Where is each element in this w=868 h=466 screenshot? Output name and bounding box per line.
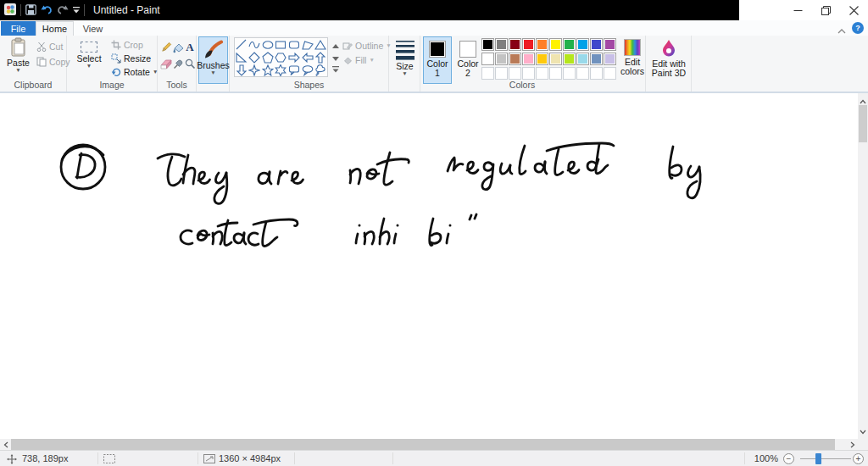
- undo-button[interactable]: [41, 4, 53, 16]
- zoom-slider-thumb[interactable]: [815, 453, 821, 464]
- tab-file[interactable]: File: [1, 21, 36, 36]
- shape-polygon-icon[interactable]: [302, 39, 314, 51]
- cut-button[interactable]: Cut: [36, 42, 63, 52]
- brushes-button[interactable]: Brushes ▼: [198, 36, 228, 84]
- scroll-left-icon[interactable]: [0, 439, 11, 450]
- palette-swatch[interactable]: [481, 53, 494, 65]
- gallery-expand-icon[interactable]: [332, 64, 339, 75]
- color1-button[interactable]: Color 1: [423, 36, 452, 84]
- vertical-scrollbar[interactable]: [858, 93, 868, 439]
- palette-empty-slot[interactable]: [522, 67, 535, 80]
- paste-button[interactable]: Paste ▼: [3, 36, 34, 80]
- palette-empty-slot[interactable]: [590, 67, 603, 80]
- shape-four-point-star-icon[interactable]: [248, 64, 260, 76]
- minimize-button[interactable]: [784, 0, 812, 20]
- redo-button[interactable]: [57, 4, 69, 16]
- color2-button[interactable]: Color 2: [453, 36, 482, 84]
- tab-home[interactable]: Home: [36, 21, 74, 36]
- shape-line-icon[interactable]: [236, 39, 248, 51]
- palette-empty-slot[interactable]: [604, 67, 616, 80]
- shape-arrow-up-icon[interactable]: [314, 52, 326, 64]
- shape-arrow-right-icon[interactable]: [288, 52, 300, 64]
- shape-rounded-rectangle-icon[interactable]: [288, 39, 300, 51]
- rotate-button[interactable]: Rotate ▼: [111, 67, 158, 77]
- zoom-slider-track[interactable]: [800, 458, 851, 459]
- maximize-button[interactable]: [812, 0, 840, 20]
- palette-empty-slot[interactable]: [563, 67, 576, 80]
- horizontal-scroll-thumb[interactable]: [11, 439, 835, 450]
- palette-swatch[interactable]: [549, 53, 562, 65]
- horizontal-scrollbar[interactable]: [0, 439, 858, 450]
- help-icon[interactable]: ?: [852, 22, 864, 34]
- ribbon-collapse-icon[interactable]: [837, 25, 846, 36]
- shape-triangle-icon[interactable]: [314, 39, 326, 51]
- palette-swatch[interactable]: [549, 38, 562, 51]
- scroll-down-icon[interactable]: [860, 426, 866, 436]
- palette-swatch[interactable]: [604, 53, 616, 65]
- palette-swatch[interactable]: [576, 38, 589, 51]
- shape-right-triangle-icon[interactable]: [236, 52, 248, 64]
- palette-swatch[interactable]: [536, 38, 548, 51]
- palette-swatch[interactable]: [563, 38, 576, 51]
- shape-rectangle-icon[interactable]: [275, 39, 287, 51]
- palette-swatch[interactable]: [604, 38, 616, 51]
- shape-curve-icon[interactable]: [248, 39, 260, 51]
- copy-button[interactable]: Copy: [36, 57, 70, 67]
- palette-empty-slot[interactable]: [495, 67, 508, 80]
- zoom-in-button[interactable]: +: [853, 453, 864, 464]
- color-picker-tool-button[interactable]: [172, 58, 184, 70]
- shape-diamond-icon[interactable]: [248, 52, 260, 64]
- gallery-up-icon[interactable]: [332, 40, 339, 50]
- close-button[interactable]: [840, 0, 868, 20]
- palette-swatch[interactable]: [536, 53, 548, 65]
- magnifier-tool-button[interactable]: [184, 58, 196, 70]
- zoom-out-button[interactable]: −: [783, 453, 794, 464]
- shape-oval-callout-icon[interactable]: [302, 64, 314, 76]
- shape-pentagon-icon[interactable]: [262, 52, 274, 64]
- fill-button[interactable]: Fill ▼: [342, 55, 375, 65]
- size-button[interactable]: Size ▼: [391, 36, 419, 84]
- gallery-down-icon[interactable]: [332, 53, 339, 63]
- palette-swatch[interactable]: [522, 38, 535, 51]
- fill-tool-button[interactable]: [172, 41, 184, 53]
- shape-six-point-star-icon[interactable]: [275, 64, 287, 76]
- window-controls: [784, 0, 868, 20]
- tab-view[interactable]: View: [74, 21, 112, 36]
- canvas[interactable]: [0, 93, 858, 439]
- palette-swatch[interactable]: [590, 53, 603, 65]
- paint3d-button[interactable]: Edit with Paint 3D: [648, 36, 690, 84]
- palette-empty-slot[interactable]: [481, 67, 494, 80]
- shape-arrow-down-icon[interactable]: [236, 64, 248, 76]
- palette-swatch[interactable]: [590, 38, 603, 51]
- palette-swatch[interactable]: [576, 53, 589, 65]
- outline-button[interactable]: Outline ▼: [342, 41, 392, 51]
- edit-colors-button[interactable]: Edit colors: [619, 36, 646, 86]
- pencil-tool-button[interactable]: [160, 41, 172, 53]
- palette-empty-slot[interactable]: [549, 67, 562, 80]
- palette-swatch[interactable]: [509, 53, 521, 65]
- crop-button[interactable]: Crop: [111, 40, 143, 50]
- select-button[interactable]: Select ▼: [72, 36, 106, 80]
- palette-swatch[interactable]: [522, 53, 535, 65]
- shape-arrow-left-icon[interactable]: [302, 52, 314, 64]
- resize-button[interactable]: Resize: [111, 53, 151, 64]
- palette-empty-slot[interactable]: [536, 67, 548, 80]
- palette-swatch[interactable]: [481, 38, 494, 51]
- shape-rounded-callout-icon[interactable]: [288, 64, 300, 76]
- text-tool-button[interactable]: A: [184, 41, 196, 53]
- eraser-tool-button[interactable]: [160, 58, 172, 70]
- palette-swatch[interactable]: [495, 53, 508, 65]
- shape-hexagon-icon[interactable]: [275, 52, 287, 64]
- scroll-right-icon[interactable]: [847, 439, 858, 450]
- palette-swatch[interactable]: [509, 38, 521, 51]
- palette-empty-slot[interactable]: [576, 67, 589, 80]
- shape-five-point-star-icon[interactable]: [262, 64, 274, 76]
- palette-swatch[interactable]: [495, 38, 508, 51]
- shape-oval-icon[interactable]: [262, 39, 274, 51]
- save-button[interactable]: [25, 4, 36, 17]
- vertical-scroll-thumb[interactable]: [859, 105, 867, 142]
- palette-swatch[interactable]: [563, 53, 576, 65]
- qat-customize-button[interactable]: [73, 5, 80, 15]
- shape-cloud-callout-icon[interactable]: [314, 64, 326, 76]
- palette-empty-slot[interactable]: [509, 67, 521, 80]
